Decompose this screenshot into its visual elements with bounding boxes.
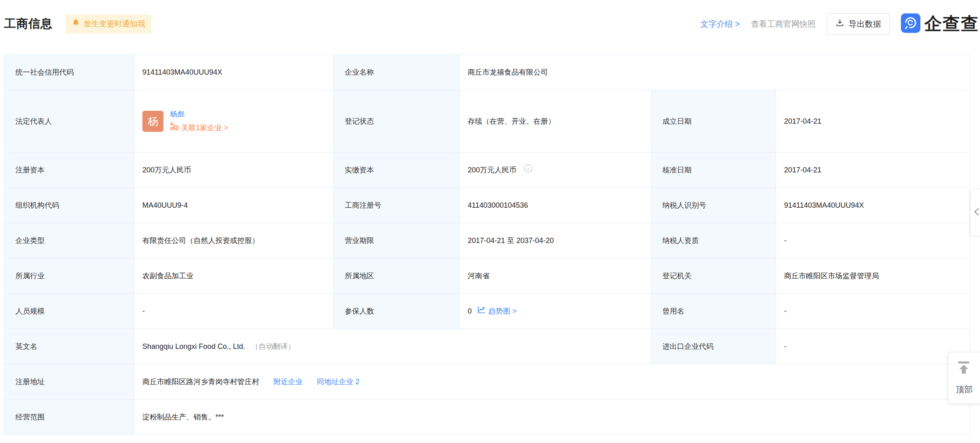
field-value-industry: 农副食品加工业 xyxy=(134,258,334,294)
field-value-staff-size: - xyxy=(134,294,334,329)
legal-rep-avatar[interactable]: 杨 xyxy=(142,111,163,132)
field-label-industry: 所属行业 xyxy=(4,258,134,294)
nearby-companies-link[interactable]: 附近企业 xyxy=(273,378,303,386)
field-value-import-export-code: - xyxy=(776,329,970,364)
field-label-reg-authority: 登记机关 xyxy=(651,258,776,294)
field-label-reg-capital: 注册资本 xyxy=(4,153,134,188)
field-label-staff-size: 人员规模 xyxy=(4,294,134,329)
field-value-credit-code: 91411403MA40UUU94X xyxy=(134,55,334,90)
table-row: 注册地址 商丘市睢阳区路河乡青岗寺村管庄村 附近企业 同地址企业 2 xyxy=(4,364,970,400)
field-label-establish-date: 成立日期 xyxy=(651,90,776,153)
download-icon xyxy=(836,19,844,29)
field-label-address: 注册地址 xyxy=(4,364,134,400)
text-intro-link[interactable]: 文字介绍 > xyxy=(701,19,740,30)
back-to-top-label: 顶部 xyxy=(956,384,973,395)
table-row: 人员规模 - 参保人数 0 趋势图 > 曾用名 - xyxy=(4,294,970,329)
field-value-english-name: Shangqiu Longxi Food Co., Ltd. （自动翻译） xyxy=(134,329,651,364)
field-value-reg-authority: 商丘市睢阳区市场监督管理局 xyxy=(776,258,970,294)
field-label-paid-capital: 实缴资本 xyxy=(334,153,460,188)
notify-on-change-button[interactable]: 发生变更时通知我 xyxy=(66,15,151,33)
field-value-reg-capital: 200万元人民币 xyxy=(134,153,334,188)
field-label-approval-date: 核准日期 xyxy=(651,153,776,188)
same-address-companies-link[interactable]: 同地址企业 2 xyxy=(317,378,359,386)
related-companies-icon: 企 xyxy=(170,122,178,134)
page-title: 工商信息 xyxy=(4,16,53,32)
notify-label: 发生变更时通知我 xyxy=(84,19,145,29)
field-value-business-scope: 淀粉制品生产、销售。*** xyxy=(134,400,970,435)
field-label-import-export-code: 进出口企业代码 xyxy=(651,329,776,364)
trend-chart-link[interactable]: 趋势图 > xyxy=(477,305,517,317)
field-label-former-name: 曾用名 xyxy=(651,294,776,329)
info-icon[interactable] xyxy=(524,164,533,176)
chevron-left-icon xyxy=(973,207,980,218)
field-value-address: 商丘市睢阳区路河乡青岗寺村管庄村 附近企业 同地址企业 2 xyxy=(134,364,970,400)
related-companies-label: 关联1家企业 > xyxy=(181,123,228,133)
field-value-taxpayer-id: 91411403MA40UUU94X xyxy=(776,188,970,223)
official-snapshot-link[interactable]: 查看工商官网快照 xyxy=(751,19,816,30)
export-data-button[interactable]: 导出数据 xyxy=(827,13,890,35)
field-value-reg-status: 存续（在营、开业、在册） xyxy=(460,90,651,153)
field-value-business-term: 2017-04-21 至 2037-04-20 xyxy=(460,223,651,258)
paid-capital-value: 200万元人民币 xyxy=(468,165,516,176)
field-label-credit-code: 统一社会信用代码 xyxy=(4,55,134,90)
field-label-business-scope: 经营范围 xyxy=(4,400,134,435)
table-row: 注册资本 200万元人民币 实缴资本 200万元人民币 核准日期 2017-04… xyxy=(4,153,970,188)
table-row: 统一社会信用代码 91411403MA40UUU94X 企业名称 商丘市龙禧食品… xyxy=(4,55,970,90)
field-value-legal-rep: 杨 杨彪 企 关联1家企业 > xyxy=(134,90,334,153)
english-name-value: Shangqiu Longxi Food Co., Ltd. xyxy=(142,342,245,351)
field-value-company-type: 有限责任公司（自然人投资或控股） xyxy=(134,223,334,258)
table-row: 法定代表人 杨 杨彪 企 xyxy=(4,90,970,153)
field-label-taxpayer-id: 纳税人识别号 xyxy=(651,188,776,223)
field-label-company-name: 企业名称 xyxy=(334,55,460,90)
field-label-legal-rep: 法定代表人 xyxy=(4,90,134,153)
field-value-reg-number: 411403000104536 xyxy=(460,188,651,223)
field-label-company-type: 企业类型 xyxy=(4,223,134,258)
field-label-region: 所属地区 xyxy=(334,258,460,294)
section-header: 工商信息 发生变更时通知我 文字介绍 > 查看工商官网快照 导出数据 xyxy=(4,11,980,37)
table-row: 所属行业 农副食品加工业 所属地区 河南省 登记机关 商丘市睢阳区市场监督管理局 xyxy=(4,258,970,294)
trend-chart-icon xyxy=(477,305,486,317)
trend-chart-label: 趋势图 > xyxy=(488,306,517,317)
qichacha-logo-icon xyxy=(901,13,920,34)
field-value-org-code: MA40UUU9-4 xyxy=(134,188,334,223)
field-value-establish-date: 2017-04-21 xyxy=(776,90,970,153)
field-value-approval-date: 2017-04-21 xyxy=(776,153,970,188)
field-label-reg-number: 工商注册号 xyxy=(334,188,460,223)
legal-rep-name-link[interactable]: 杨彪 xyxy=(170,109,228,120)
field-value-company-name: 商丘市龙禧食品有限公司 xyxy=(460,55,970,90)
field-label-insured-count: 参保人数 xyxy=(334,294,460,329)
address-value: 商丘市睢阳区路河乡青岗寺村管庄村 xyxy=(142,378,259,386)
field-value-insured-count: 0 趋势图 > xyxy=(460,294,651,329)
export-label: 导出数据 xyxy=(849,19,881,30)
side-drawer-toggle[interactable] xyxy=(970,189,980,236)
field-value-region: 河南省 xyxy=(460,258,651,294)
auto-translate-note: （自动翻译） xyxy=(251,342,295,351)
table-row: 组织机构代码 MA40UUU9-4 工商注册号 411403000104536 … xyxy=(4,188,970,223)
bell-icon xyxy=(72,19,80,29)
related-companies-link[interactable]: 企 关联1家企业 > xyxy=(170,122,228,134)
field-value-former-name: - xyxy=(776,294,970,329)
back-to-top-icon xyxy=(956,361,972,378)
svg-text:企: 企 xyxy=(175,126,178,130)
field-label-business-term: 营业期限 xyxy=(334,223,460,258)
field-label-english-name: 英文名 xyxy=(4,329,134,364)
field-label-taxpayer-qualification: 纳税人资质 xyxy=(651,223,776,258)
insured-count-value: 0 xyxy=(468,306,472,317)
brand-text: 企查查 xyxy=(924,12,979,36)
back-to-top-button[interactable]: 顶部 xyxy=(948,352,980,404)
table-row: 经营范围 淀粉制品生产、销售。*** xyxy=(4,400,970,435)
table-row: 英文名 Shangqiu Longxi Food Co., Ltd. （自动翻译… xyxy=(4,329,970,364)
field-value-paid-capital: 200万元人民币 xyxy=(460,153,651,188)
field-label-reg-status: 登记状态 xyxy=(334,90,460,153)
business-info-table: 统一社会信用代码 91411403MA40UUU94X 企业名称 商丘市龙禧食品… xyxy=(4,54,970,435)
field-label-org-code: 组织机构代码 xyxy=(4,188,134,223)
qichacha-logo: 企查查 xyxy=(901,12,979,36)
table-row: 企业类型 有限责任公司（自然人投资或控股） 营业期限 2017-04-21 至 … xyxy=(4,223,970,258)
field-value-taxpayer-qualification: - xyxy=(776,223,970,258)
